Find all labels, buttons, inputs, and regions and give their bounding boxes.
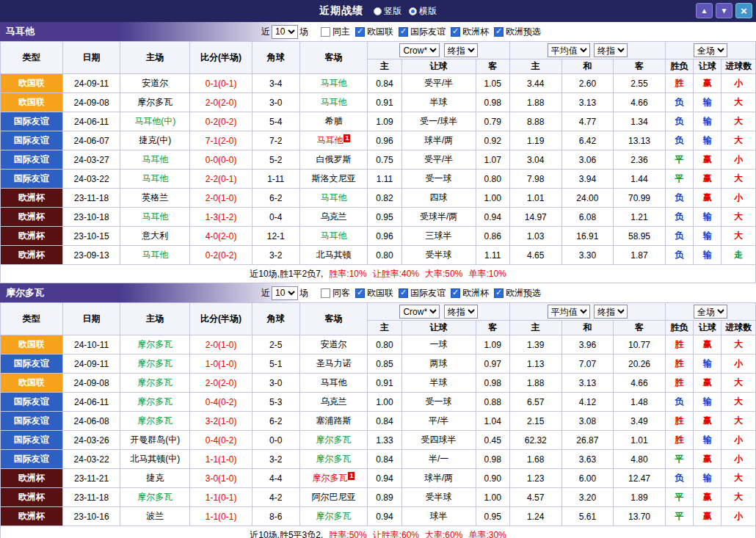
league-checkbox-euro[interactable] xyxy=(451,288,460,298)
bookmaker-select[interactable]: Crow* xyxy=(399,43,440,57)
result-outcome-cell: 胜 xyxy=(665,355,693,374)
league-checkbox-euroqual[interactable] xyxy=(494,288,504,298)
col-home: 主场 xyxy=(120,303,190,335)
win-rate: 胜率:50% xyxy=(329,529,366,538)
odds-stage-select[interactable]: 终指 xyxy=(444,43,478,57)
avg-draw-cell: 16.91 xyxy=(561,227,614,246)
avg-draw-cell: 4.12 xyxy=(561,393,614,412)
avg-stage-select[interactable]: 终指 xyxy=(594,305,628,319)
odds-group-header: Crow* 终指 xyxy=(368,42,510,59)
league-checkbox-friendly[interactable] xyxy=(399,288,408,298)
layout-radio-vertical[interactable]: 竖版 xyxy=(374,5,401,18)
date-cell: 23-10-16 xyxy=(62,507,120,526)
layout-radio-horizontal[interactable]: 横版 xyxy=(409,5,437,18)
date-cell: 24-03-26 xyxy=(62,431,120,450)
average-select[interactable]: 平均值 xyxy=(548,305,590,319)
league-checkbox-euroqual[interactable] xyxy=(494,27,504,37)
result-goals-cell: 大 xyxy=(722,374,756,393)
avg-away-cell: 1.87 xyxy=(614,246,666,265)
avg-home-cell: 1.88 xyxy=(509,374,561,393)
away-team-cell: 马耳他 xyxy=(299,93,368,112)
handicap-win-rate: 让胜率:60% xyxy=(373,529,419,538)
match-row: 国际友谊24-03-27马耳他0-0(0-0)5-2白俄罗斯0.75受平/半1.… xyxy=(1,150,756,170)
corner-cell: 4-4 xyxy=(252,469,299,488)
league-type-cell: 国际友谊 xyxy=(1,150,63,170)
home-team-cell: 摩尔多瓦 xyxy=(120,335,190,355)
radio-label-horizontal: 横版 xyxy=(419,5,437,18)
avg-home-cell: 4.57 xyxy=(509,488,561,507)
red-card-badge: 1 xyxy=(344,134,350,142)
league-type-cell: 欧国联 xyxy=(1,374,63,393)
odds-away-cell: 0.45 xyxy=(476,431,509,450)
match-count-select[interactable]: 10 xyxy=(272,25,298,39)
handicap-cell: 受平/半 xyxy=(401,74,476,93)
avg-stage-select[interactable]: 终指 xyxy=(594,43,628,57)
league-type-cell: 欧国联 xyxy=(1,335,63,355)
avg-home-cell: 7.98 xyxy=(509,170,561,189)
col-handicap: 让球 xyxy=(401,321,476,335)
odds-away-cell: 0.98 xyxy=(476,93,509,112)
score-cell: 2-0(1-0) xyxy=(190,335,252,355)
odds-stage-select[interactable]: 终指 xyxy=(444,305,478,319)
league-type-cell: 欧洲杯 xyxy=(1,189,63,208)
same-venue-checkbox[interactable] xyxy=(321,27,330,37)
league-checkbox-nations[interactable] xyxy=(355,27,365,37)
score-cell: 2-0(2-0) xyxy=(190,93,252,112)
avg-draw-cell: 3.13 xyxy=(561,93,614,112)
team-header-bar: 摩尔多瓦 近 10 场 同客 欧国联 国际友谊 欧洲杯 欧洲预选 xyxy=(0,283,756,302)
average-select[interactable]: 平均值 xyxy=(548,43,590,57)
home-team-cell: 摩尔多瓦 xyxy=(120,355,190,374)
date-cell: 24-03-27 xyxy=(62,150,120,170)
matches-table-malta: 类型 日期 主场 比分(半场) 角球 客场 Crow* 终指 平均值 终指 全场 xyxy=(0,41,756,265)
close-button[interactable]: × xyxy=(735,3,752,18)
date-cell: 24-06-11 xyxy=(62,112,120,131)
result-outcome-cell: 胜 xyxy=(665,412,693,431)
avg-away-cell: 2.36 xyxy=(614,150,666,170)
result-outcome-cell: 负 xyxy=(665,93,693,112)
avg-draw-cell: 3.94 xyxy=(561,170,614,189)
handicap-cell: 半球 xyxy=(401,93,476,112)
match-count-select[interactable]: 10 xyxy=(272,286,298,300)
league-type-cell: 国际友谊 xyxy=(1,131,63,150)
result-goals-cell: 大 xyxy=(722,208,756,227)
filter-bar: 近 10 场 同客 欧国联 国际友谊 欧洲杯 欧洲预选 xyxy=(261,283,541,302)
score-cell: 1-0(1-0) xyxy=(190,355,252,374)
league-checkbox-euro[interactable] xyxy=(451,27,460,37)
col-odds-home: 主 xyxy=(368,59,401,74)
handicap-cell: 球半/两 xyxy=(401,469,476,488)
avg-away-cell: 70.99 xyxy=(614,189,666,208)
fulltime-select[interactable]: 全场 xyxy=(694,305,727,319)
corner-cell: 4-2 xyxy=(252,488,299,507)
avg-draw-cell: 6.08 xyxy=(561,208,614,227)
odds-home-cell: 0.80 xyxy=(368,246,401,265)
date-cell: 24-06-08 xyxy=(62,412,120,431)
corner-cell: 12-1 xyxy=(252,227,299,246)
match-row: 欧洲杯23-10-18马耳他1-3(1-2)0-4乌克兰0.95受球半/两0.9… xyxy=(1,208,756,227)
league-checkbox-friendly[interactable] xyxy=(399,27,408,37)
league-label-friendly: 国际友谊 xyxy=(410,26,446,38)
odds-home-cell: 0.96 xyxy=(368,131,401,150)
league-checkbox-nations[interactable] xyxy=(355,288,365,298)
fulltime-select[interactable]: 全场 xyxy=(694,43,727,57)
same-venue-checkbox[interactable] xyxy=(321,288,330,298)
league-label-euroqual: 欧洲预选 xyxy=(506,26,541,38)
odds-away-cell: 0.90 xyxy=(476,469,509,488)
league-type-cell: 国际友谊 xyxy=(1,431,63,450)
home-team-cell: 摩尔多瓦 xyxy=(120,93,190,112)
match-row: 欧洲杯23-09-13马耳他0-2(0-2)3-2北马其顿0.80受半球1.11… xyxy=(1,246,756,265)
score-cell: 1-1(0-1) xyxy=(190,488,252,507)
move-down-button[interactable]: ▼ xyxy=(716,3,733,18)
score-cell: 2-0(1-0) xyxy=(190,189,252,208)
odds-away-cell: 1.11 xyxy=(476,246,509,265)
corner-cell: 5-1 xyxy=(252,355,299,374)
avg-home-cell: 1.24 xyxy=(509,507,561,526)
handicap-cell: 半球 xyxy=(401,374,476,393)
avg-home-cell: 1.19 xyxy=(509,131,561,150)
result-handicap-cell: 赢 xyxy=(694,374,722,393)
home-team-cell: 意大利 xyxy=(120,227,190,246)
bookmaker-select[interactable]: Crow* xyxy=(399,305,440,319)
handicap-win-rate: 让胜率:40% xyxy=(373,268,419,280)
result-handicap-cell: 输 xyxy=(694,227,722,246)
odds-home-cell: 0.84 xyxy=(368,412,401,431)
move-up-button[interactable]: ▲ xyxy=(696,3,713,18)
